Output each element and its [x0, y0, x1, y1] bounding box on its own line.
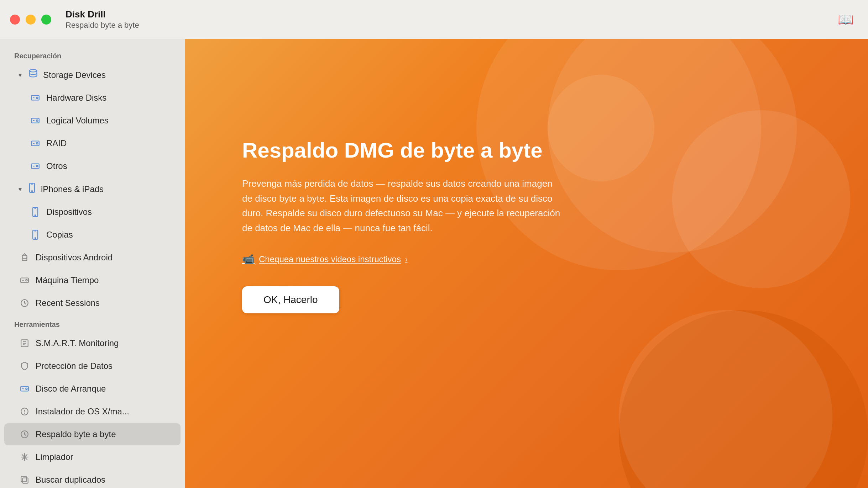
svg-point-26 [26, 280, 27, 281]
logical-volumes-label: Logical Volumes [46, 116, 109, 126]
app-title: Disk Drill [66, 9, 139, 20]
instalador-label: Instalador de OS X/ma... [36, 407, 129, 417]
video-link-text: Chequea nuestros videos instructivos [259, 254, 401, 264]
deco-circle-2 [672, 110, 850, 288]
raid-label: RAID [46, 138, 67, 148]
installer-icon [19, 405, 31, 418]
disco-arranque-label: Disco de Arranque [36, 384, 106, 394]
ok-button[interactable]: OK, Hacerlo [242, 286, 339, 313]
close-button[interactable] [10, 15, 20, 25]
sidebar-item-logical-volumes[interactable]: Logical Volumes [4, 110, 181, 132]
android-icon [19, 251, 31, 264]
cleaner-icon [19, 451, 31, 463]
copias-icon [29, 229, 41, 241]
titlebar: Disk Drill Respaldo byte a byte 📖 [0, 0, 868, 39]
hardware-disks-label: Hardware Disks [46, 93, 106, 103]
svg-point-0 [30, 69, 37, 72]
sidebar-item-otros[interactable]: Otros [4, 155, 181, 177]
storage-icon [28, 69, 38, 81]
chevron-right-icon: › [405, 255, 408, 263]
iphones-ipads-label: iPhones & iPads [41, 184, 104, 194]
svg-point-18 [35, 215, 36, 216]
deco-circle-3 [619, 310, 868, 488]
limpiador-label: Limpiador [36, 452, 73, 462]
backup-icon [19, 428, 31, 440]
svg-rect-44 [21, 476, 26, 482]
svg-point-21 [35, 238, 36, 238]
traffic-lights [10, 15, 51, 25]
respaldo-byte-label: Respaldo byte a byte [36, 429, 116, 439]
content-description: Prevenga más perdida de datos — respalde… [242, 176, 563, 235]
sidebar-item-disco-arranque[interactable]: Disco de Arranque [4, 378, 181, 400]
app-subtitle: Respaldo byte a byte [66, 21, 139, 30]
smart-icon [19, 337, 31, 349]
svg-rect-45 [23, 478, 28, 483]
svg-point-2 [36, 97, 38, 99]
logical-disk-icon [29, 115, 41, 127]
section-herramientas: Herramientas [0, 315, 185, 331]
main-layout: Recuperación ▾ Storage Devices [0, 39, 868, 488]
content-title: Respaldo DMG de byte a byte [242, 139, 563, 162]
maximize-button[interactable] [41, 15, 51, 25]
otros-disk-icon [29, 160, 41, 172]
sidebar-item-proteccion[interactable]: Protección de Datos [4, 355, 181, 377]
video-camera-icon: 📹 [242, 253, 255, 265]
svg-point-11 [36, 165, 38, 167]
content-inner: Respaldo DMG de byte a byte Prevenga más… [242, 139, 563, 313]
titlebar-info: Disk Drill Respaldo byte a byte [66, 9, 139, 30]
raid-icon [29, 137, 41, 149]
dispositivos-label: Dispositivos [46, 207, 92, 217]
svg-point-8 [36, 143, 38, 144]
duplicados-label: Buscar duplicados [36, 475, 105, 485]
disk-icon [29, 92, 41, 104]
sidebar-item-copias[interactable]: Copias [4, 224, 181, 246]
recent-sessions-label: Recent Sessions [36, 298, 100, 308]
video-link[interactable]: 📹 Chequea nuestros videos instructivos › [242, 253, 563, 265]
time-machine-icon [19, 274, 31, 286]
iphone-icon [28, 183, 36, 195]
sidebar-item-iphones-ipads[interactable]: ▾ iPhones & iPads [4, 178, 181, 200]
minimize-button[interactable] [26, 15, 36, 25]
sidebar-item-duplicados[interactable]: Buscar duplicados [4, 469, 181, 488]
shield-icon [19, 360, 31, 372]
maquina-tiempo-label: Máquina Tiempo [36, 275, 99, 285]
android-label: Dispositivos Android [36, 253, 113, 262]
dispositivos-icon [29, 206, 41, 218]
chevron-down-icon: ▾ [19, 71, 22, 79]
sidebar: Recuperación ▾ Storage Devices [0, 39, 185, 488]
sidebar-item-respaldo-byte[interactable]: Respaldo byte a byte [4, 423, 181, 445]
sessions-icon [19, 297, 31, 309]
duplicates-icon [19, 474, 31, 486]
chevron-down-icon-iphone: ▾ [19, 185, 22, 193]
sidebar-item-recent-sessions[interactable]: Recent Sessions [4, 292, 181, 314]
sidebar-item-dispositivos[interactable]: Dispositivos [4, 201, 181, 223]
boot-disk-icon [19, 383, 31, 395]
sidebar-item-smart[interactable]: S.M.A.R.T. Monitoring [4, 332, 181, 354]
sidebar-item-android[interactable]: Dispositivos Android [4, 246, 181, 269]
storage-devices-label: Storage Devices [43, 70, 106, 80]
svg-point-34 [26, 388, 27, 389]
otros-label: Otros [46, 161, 67, 171]
copias-label: Copias [46, 230, 73, 240]
sidebar-item-hardware-disks[interactable]: Hardware Disks [4, 87, 181, 109]
sidebar-item-maquina-tiempo[interactable]: Máquina Tiempo [4, 269, 181, 291]
book-icon[interactable]: 📖 [838, 12, 854, 27]
main-content: Respaldo DMG de byte a byte Prevenga más… [185, 39, 868, 488]
svg-point-15 [32, 191, 32, 191]
sidebar-item-instalador[interactable]: Instalador de OS X/ma... [4, 401, 181, 423]
svg-point-5 [36, 120, 38, 121]
sidebar-item-storage-devices[interactable]: ▾ Storage Devices [4, 64, 181, 86]
sidebar-item-raid[interactable]: RAID [4, 132, 181, 154]
svg-rect-24 [22, 255, 27, 259]
smart-label: S.M.A.R.T. Monitoring [36, 338, 119, 348]
deco-circle-4 [548, 75, 654, 181]
section-recuperacion: Recuperación [0, 46, 185, 63]
sidebar-item-limpiador[interactable]: Limpiador [4, 446, 181, 468]
proteccion-label: Protección de Datos [36, 361, 113, 371]
